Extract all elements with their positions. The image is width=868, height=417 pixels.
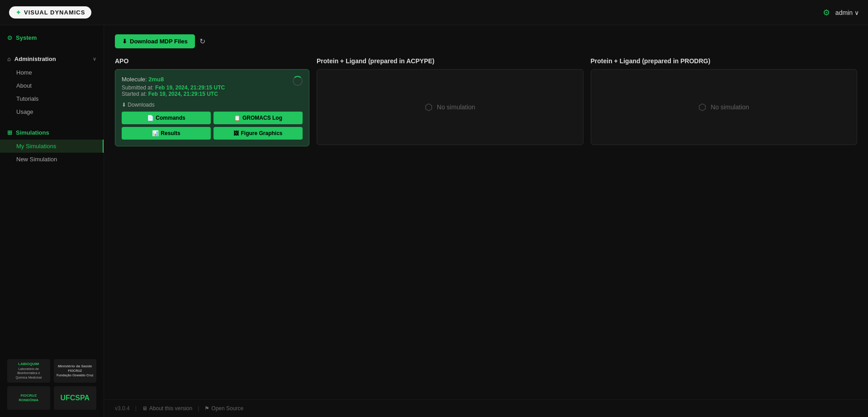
prodrg-column: Protein + Ligand (prepared in PRODRG) ⬡ … (591, 57, 858, 146)
downloads-link[interactable]: ⬇ Downloads (122, 102, 303, 108)
navbar: ✦ VISUAL DYNAMICS ⚙ admin ∨ (0, 0, 868, 25)
administration-section: ⌂ Administration ∨ Home About Tutorials … (0, 47, 104, 120)
settings-icon[interactable]: ⚙ (823, 8, 830, 18)
open-source-icon: ⚑ (204, 405, 209, 412)
admin-icon: ⌂ (7, 56, 11, 62)
logo-text: VISUAL DYNAMICS (24, 9, 85, 16)
acpype-column: Protein + Ligand (prepared in ACPYPE) ⬡ … (317, 57, 583, 146)
commands-icon: 📄 (147, 115, 154, 121)
about-version-link[interactable]: 🖥 About this version (142, 405, 192, 412)
prodrg-no-sim-card: ⬡ No simulation (591, 69, 858, 145)
sim-card-info: Molecule: 2mu8 Submitted at: Feb 19, 202… (122, 76, 225, 97)
apo-sim-card: Molecule: 2mu8 Submitted at: Feb 19, 202… (115, 69, 309, 146)
sidebar: ⊙ System ⌂ Administration ∨ Home About (0, 25, 104, 417)
refresh-button[interactable]: ↻ (199, 37, 205, 46)
apo-column: APO Molecule: 2mu8 Submitted at: Feb 1 (115, 57, 309, 146)
sim-card-molecule: Molecule: 2mu8 (122, 76, 225, 83)
no-sim-icon-acpype: ⬡ (425, 102, 432, 112)
version-label: v3.0.4 (115, 405, 130, 412)
figure-graphics-icon: 🖼 (233, 130, 239, 136)
sidebar-item-about[interactable]: About (0, 79, 104, 92)
toolbar: ⬇ Download MDP Files ↻ (115, 34, 857, 48)
administration-title: ⌂ Administration (7, 56, 56, 62)
prodrg-column-header: Protein + Ligand (prepared in PRODRG) (591, 57, 858, 65)
user-menu[interactable]: admin ∨ (835, 9, 859, 16)
sim-card-header-row: Molecule: 2mu8 Submitted at: Feb 19, 202… (122, 76, 303, 97)
main-layout: ⊙ System ⌂ Administration ∨ Home About (0, 25, 868, 417)
footer: v3.0.4 | 🖥 About this version | ⚑ Open S… (104, 399, 868, 417)
simulation-columns: APO Molecule: 2mu8 Submitted at: Feb 1 (115, 57, 857, 146)
footer-divider-1: | (135, 405, 137, 412)
administration-chevron: ∨ (93, 56, 96, 62)
no-sim-label-acpype: No simulation (437, 103, 475, 111)
figure-graphics-button[interactable]: 🖼 Figure Graphics (213, 127, 303, 140)
open-source-link[interactable]: ⚑ Open Source (204, 405, 243, 412)
logo-fiocruz-rondonia: FIOCRUZRONDÔNIA (7, 386, 50, 410)
about-version-icon: 🖥 (142, 405, 147, 412)
sidebar-item-new-simulation[interactable]: New Simulation (0, 153, 104, 166)
user-label: admin (835, 9, 853, 16)
sim-card-started: Started at: Feb 19, 2024, 21:29:15 UTC (122, 91, 225, 97)
simulations-title: ⊞ Simulations (7, 129, 49, 136)
logo-badge: ✦ VISUAL DYNAMICS (9, 6, 91, 19)
apo-column-header: APO (115, 57, 309, 65)
content-body: ⬇ Download MDP Files ↻ APO Molecule: (104, 25, 868, 399)
system-header[interactable]: ⊙ System (0, 31, 104, 45)
logo-ufcspa: UFCSPA (54, 386, 97, 410)
user-chevron: ∨ (854, 9, 859, 16)
acpype-column-header: Protein + Ligand (prepared in ACPYPE) (317, 57, 583, 65)
no-sim-icon-prodrg: ⬡ (698, 102, 706, 112)
results-icon: 📊 (152, 130, 159, 136)
sidebar-item-usage[interactable]: Usage (0, 105, 104, 118)
system-circle-icon: ⊙ (7, 34, 12, 41)
no-sim-label-prodrg: No simulation (711, 103, 749, 111)
logo-container: ✦ VISUAL DYNAMICS (9, 6, 91, 19)
system-title: ⊙ System (7, 34, 37, 41)
sidebar-item-home[interactable]: Home (0, 66, 104, 79)
download-mdp-button[interactable]: ⬇ Download MDP Files (115, 34, 195, 48)
acpype-no-sim-card: ⬡ No simulation (317, 69, 583, 145)
sim-card-submitted: Submitted at: Feb 19, 2024, 21:29:15 UTC (122, 84, 225, 91)
loading-spinner (293, 76, 303, 86)
logo-fiocruz: Ministério da Saúde FIOCRUZFundação Oswa… (54, 359, 97, 383)
footer-divider-2: | (198, 405, 199, 412)
logo-icon: ✦ (15, 8, 21, 17)
sim-card-buttons: 📄 Commands 📋 GROMACS Log 📊 Results (122, 112, 303, 140)
logo-labioquim: LABIOQUIM Laboratório deBioinformática e… (7, 359, 50, 383)
system-section: ⊙ System (0, 25, 104, 47)
content-area: ⬇ Download MDP Files ↻ APO Molecule: (104, 25, 868, 417)
sidebar-logos: LABIOQUIM Laboratório deBioinformática e… (0, 352, 104, 417)
sidebar-item-my-simulations[interactable]: My Simulations (0, 140, 104, 153)
nav-right: ⚙ admin ∨ (823, 8, 859, 18)
simulations-header[interactable]: ⊞ Simulations (0, 126, 104, 140)
gromacs-log-button[interactable]: 📋 GROMACS Log (213, 112, 303, 124)
results-button[interactable]: 📊 Results (122, 127, 211, 140)
sidebar-item-tutorials[interactable]: Tutorials (0, 92, 104, 105)
download-icon: ⬇ (122, 38, 127, 45)
gromacs-log-icon: 📋 (234, 115, 241, 121)
administration-header[interactable]: ⌂ Administration ∨ (0, 52, 104, 66)
simulations-section: ⊞ Simulations My Simulations New Simulat… (0, 120, 104, 168)
sim-grid-icon: ⊞ (7, 129, 12, 136)
commands-button[interactable]: 📄 Commands (122, 112, 211, 124)
